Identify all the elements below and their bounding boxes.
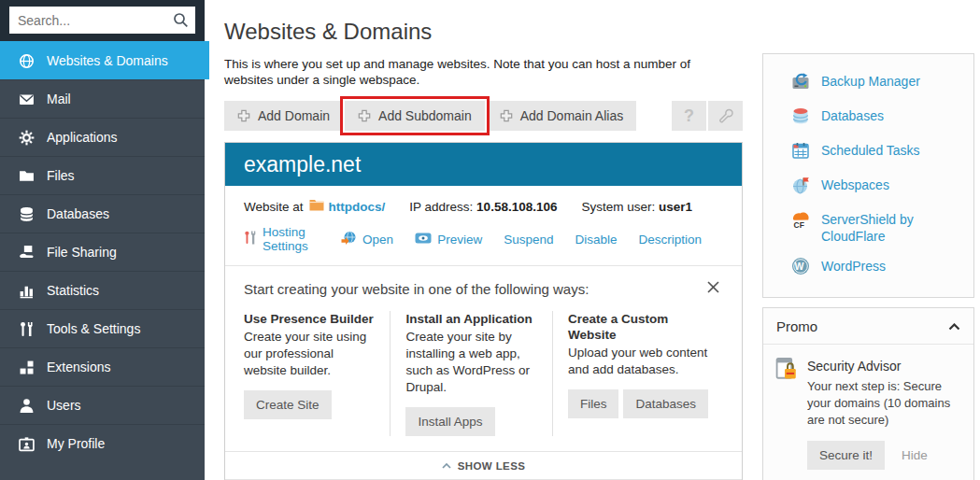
domain-card: example.net Website at httpdocs/ IP addr… [224, 142, 743, 480]
sidebar-item-label: Tools & Settings [47, 321, 140, 336]
page-description: This is where you set up and manage webs… [224, 56, 712, 88]
httpdocs-link[interactable]: httpdocs/ [329, 200, 386, 214]
help-button[interactable]: ? [672, 101, 706, 131]
wordpress-icon: W [791, 257, 810, 279]
collapse-chevron-icon[interactable] [948, 318, 960, 334]
svg-text:CF: CF [794, 220, 804, 230]
system-user: user1 [659, 200, 692, 214]
id-card-icon [18, 436, 35, 452]
search-icon[interactable] [173, 12, 189, 32]
folder-icon [18, 168, 35, 184]
domain-name: example.net [244, 152, 361, 177]
add-domain-button[interactable]: Add Domain [224, 101, 343, 131]
scheduled-tasks-link[interactable]: Scheduled Tasks [763, 135, 973, 170]
mail-icon [18, 92, 35, 107]
databases-color-icon [791, 106, 810, 129]
right-sidebar: Backup Manager Databases Scheduled Tasks… [762, 53, 974, 480]
files-button[interactable]: Files [568, 389, 619, 418]
domain-info-row: Website at httpdocs/ IP address: 10.58.1… [225, 186, 742, 214]
svg-text:W: W [794, 261, 803, 272]
sidebar-item-label: Files [47, 168, 75, 183]
webspaces-globe-icon [791, 176, 810, 198]
way-install-application: Install an Application Create your site … [390, 311, 551, 436]
sidebar-item-file-sharing[interactable]: File Sharing [0, 233, 205, 271]
domain-actions-row: Hosting Settings Open Preview Suspend Di… [225, 214, 742, 265]
install-apps-button[interactable]: Install Apps [405, 407, 494, 436]
gear-icon [18, 130, 35, 146]
backup-manager-link[interactable]: Backup Manager [763, 66, 973, 101]
hosting-tools-icon [244, 231, 257, 247]
sidebar-item-label: Applications [47, 130, 118, 145]
security-advisor-icon [774, 357, 799, 470]
suspend-link[interactable]: Suspend [504, 233, 553, 247]
open-link[interactable]: Open [362, 233, 393, 247]
sidebar-item-label: Statistics [47, 283, 99, 298]
webspaces-link[interactable]: Webspaces [763, 170, 973, 205]
add-domain-alias-button[interactable]: Add Domain Alias [487, 101, 637, 131]
sidebar-item-mail[interactable]: Mail [0, 79, 205, 118]
sidebar-item-users[interactable]: Users [0, 386, 205, 424]
sidebar-item-label: Extensions [47, 360, 110, 374]
servershield-cloudflare-link[interactable]: CF ServerShield by CloudFlare [763, 205, 973, 251]
database-icon [18, 206, 35, 222]
backup-manager-icon [791, 72, 810, 94]
preview-link[interactable]: Preview [437, 233, 482, 247]
plus-icon [237, 109, 250, 122]
blocks-icon [18, 360, 35, 375]
hosting-settings-link[interactable]: Hosting Settings [263, 225, 320, 253]
ip-address: 10.58.108.106 [476, 200, 557, 214]
sidebar-item-databases[interactable]: Databases [0, 194, 205, 233]
sidebar-item-label: Websites & Domains [47, 53, 168, 68]
search-input[interactable] [9, 7, 195, 34]
show-less-toggle[interactable]: SHOW LESS [225, 451, 742, 480]
domain-card-header: example.net [225, 143, 742, 186]
chevron-up-icon [442, 463, 451, 469]
promo-title: Promo [776, 318, 948, 334]
way-presence-builder: Use Presence Builder Create your site us… [244, 311, 390, 436]
secure-it-button[interactable]: Secure it! [807, 441, 885, 470]
shortcuts-panel: Backup Manager Databases Scheduled Tasks… [762, 53, 974, 298]
wrench-icon [717, 107, 734, 124]
calendar-icon [791, 141, 810, 163]
settings-wrench-button[interactable] [708, 101, 743, 131]
sidebar-item-label: Users [47, 398, 81, 413]
promo-panel: Promo Security Advisor Your next step is… [762, 307, 974, 480]
hide-link[interactable]: Hide [902, 448, 928, 462]
user-icon [18, 398, 35, 414]
page-title: Websites & Domains [224, 19, 743, 45]
sidebar-item-label: File Sharing [47, 245, 117, 260]
sidebar-item-label: Databases [47, 206, 109, 221]
way-custom-website: Create a Custom Website Upload your web … [552, 311, 723, 436]
sidebar-item-tools-settings[interactable]: Tools & Settings [0, 309, 205, 347]
sidebar-item-statistics[interactable]: Statistics [0, 271, 205, 309]
create-site-button[interactable]: Create Site [244, 390, 332, 419]
main-content: Websites & Domains This is where you set… [224, 0, 743, 480]
sidebar-item-files[interactable]: Files [0, 156, 205, 194]
create-website-section: Start creating your website in one of th… [225, 265, 742, 451]
bar-chart-icon [18, 283, 35, 299]
add-subdomain-button[interactable]: Add Subdomain [345, 101, 485, 131]
sidebar-item-label: Mail [47, 92, 71, 106]
tools-icon [18, 321, 35, 337]
cloudflare-icon: CF [791, 210, 810, 233]
plus-icon [358, 109, 371, 122]
sidebar-item-websites-domains[interactable]: Websites & Domains [0, 41, 209, 79]
disable-link[interactable]: Disable [575, 233, 617, 247]
sidebar-item-extensions[interactable]: Extensions [0, 347, 205, 386]
sidebar-item-my-profile[interactable]: My Profile [0, 424, 205, 462]
wordpress-link[interactable]: W WordPress [763, 251, 973, 286]
security-advisor-text: Your next step is: Secure your domains (… [807, 378, 968, 429]
databases-link[interactable]: Databases [763, 101, 973, 135]
sidebar-item-applications[interactable]: Applications [0, 118, 205, 156]
description-link[interactable]: Description [638, 233, 702, 247]
databases-button[interactable]: Databases [623, 389, 708, 418]
open-globe-icon [341, 231, 357, 248]
close-icon[interactable] [703, 278, 723, 299]
toolbar: Add Domain Add Subdomain Add Domain Alia… [224, 101, 743, 131]
security-advisor-title: Security Advisor [807, 359, 968, 374]
sidebar-item-label: My Profile [47, 436, 105, 451]
left-sidebar: Websites & Domains Mail Applications Fil… [0, 0, 205, 480]
preview-eye-icon [415, 232, 432, 247]
file-sharing-icon [18, 245, 35, 261]
question-mark-icon: ? [684, 106, 694, 126]
